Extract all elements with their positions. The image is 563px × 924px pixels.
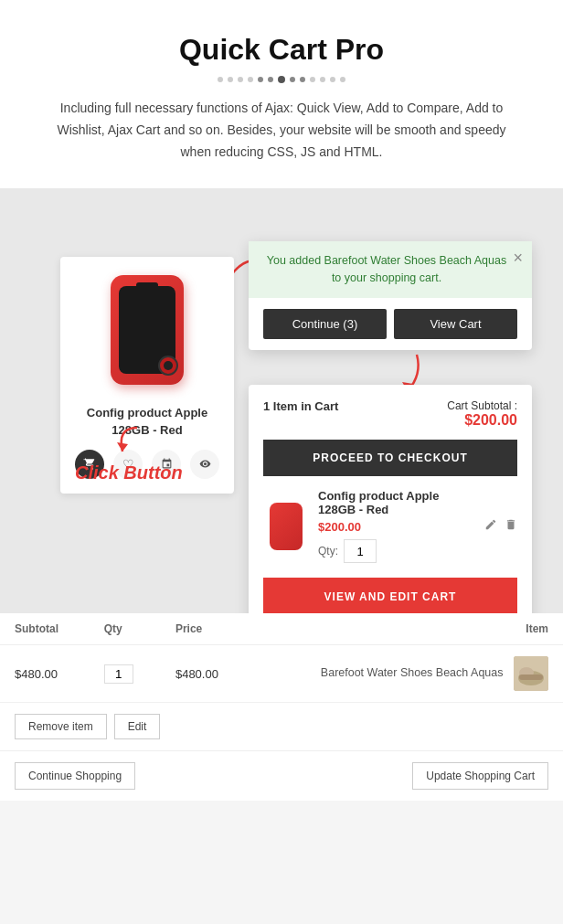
header-description: Including full necessary functions of Aj… bbox=[53, 98, 510, 163]
cart-table: Subtotal Qty Price Item $480.00 $480.00 … bbox=[0, 613, 563, 703]
quick-view-button[interactable] bbox=[190, 450, 219, 479]
col-subtotal: Subtotal bbox=[0, 613, 90, 645]
edit-qty-button[interactable] bbox=[484, 518, 497, 534]
remove-item-button[interactable]: Remove item bbox=[15, 714, 107, 739]
row-qty bbox=[90, 645, 161, 703]
notification-message: You added Barefoot Water Shoes Beach Aqu… bbox=[249, 241, 532, 298]
dot-divider bbox=[37, 76, 526, 83]
qty-input[interactable] bbox=[344, 539, 377, 563]
view-cart-button[interactable]: View Cart bbox=[394, 309, 517, 339]
dot-active bbox=[300, 77, 305, 82]
continue-button[interactable]: Continue (3) bbox=[263, 309, 387, 339]
dot bbox=[248, 77, 253, 82]
dot bbox=[238, 77, 243, 82]
arrow-click-icon bbox=[110, 424, 146, 461]
item-thumbnail bbox=[514, 656, 548, 691]
cart-item-info: Config product Apple 128GB - Red $200.00… bbox=[318, 489, 475, 563]
cart-actions-row: Remove item Edit bbox=[0, 703, 563, 750]
qty-actions bbox=[484, 518, 517, 534]
phone-body bbox=[111, 275, 184, 385]
col-price: Price bbox=[161, 613, 250, 645]
dot bbox=[228, 77, 233, 82]
dot bbox=[310, 77, 315, 82]
svg-rect-7 bbox=[519, 674, 543, 680]
delete-item-button[interactable] bbox=[505, 518, 517, 534]
qty-label: Qty: bbox=[318, 545, 338, 558]
svg-marker-1 bbox=[117, 442, 128, 451]
product-image bbox=[75, 275, 219, 394]
dot bbox=[330, 77, 335, 82]
cart-item-price: $200.00 bbox=[318, 520, 475, 534]
row-item-name: Barefoot Water Shoes Beach Aquas bbox=[249, 645, 563, 703]
row-subtotal: $480.00 bbox=[0, 645, 90, 703]
header-section: Quick Cart Pro Including full necessary … bbox=[0, 0, 563, 188]
cart-footer-row: Continue Shopping Update Shopping Cart bbox=[0, 750, 563, 801]
cart-item: Config product Apple 128GB - Red $200.00… bbox=[263, 489, 517, 563]
continue-shopping-button[interactable]: Continue Shopping bbox=[15, 762, 135, 790]
demo-area: Config product Apple 128GB - Red ♡ Click… bbox=[0, 188, 563, 801]
cart-item-image bbox=[263, 499, 309, 554]
cart-count: 1 Item in Cart bbox=[263, 399, 338, 413]
row-qty-input[interactable] bbox=[104, 664, 133, 684]
cart-subtotal: Cart Subtotal : $200.00 bbox=[447, 399, 517, 429]
product-name: Config product Apple 128GB - Red bbox=[75, 405, 219, 438]
checkout-button[interactable]: PROCEED TO CHECKOUT bbox=[263, 440, 517, 476]
dot bbox=[340, 77, 345, 82]
row-price: $480.00 bbox=[161, 645, 250, 703]
edit-item-button[interactable]: Edit bbox=[114, 714, 161, 739]
view-edit-cart-button[interactable]: VIEW AND EDIT CART bbox=[263, 578, 517, 616]
mini-phone-image bbox=[270, 503, 303, 550]
notification-buttons: Continue (3) View Cart bbox=[249, 298, 532, 350]
dot-active bbox=[268, 77, 273, 82]
col-item: Item bbox=[249, 613, 563, 645]
cart-header: 1 Item in Cart Cart Subtotal : $200.00 bbox=[263, 399, 517, 429]
cart-subtotal-amount: $200.00 bbox=[447, 412, 517, 429]
cart-table-section: Subtotal Qty Price Item $480.00 $480.00 … bbox=[0, 613, 563, 801]
close-button[interactable]: × bbox=[513, 249, 523, 268]
notification-popup: × You added Barefoot Water Shoes Beach A… bbox=[249, 241, 532, 350]
product-card: Config product Apple 128GB - Red ♡ bbox=[60, 257, 234, 493]
cart-item-qty: Qty: bbox=[318, 539, 475, 563]
phone-image bbox=[101, 275, 193, 394]
cart-subtotal-label: Cart Subtotal : bbox=[447, 399, 517, 412]
dot bbox=[320, 77, 325, 82]
cart-item-name: Config product Apple 128GB - Red bbox=[318, 489, 475, 516]
dot-active bbox=[290, 77, 295, 82]
dot-large bbox=[278, 76, 285, 83]
col-qty: Qty bbox=[90, 613, 161, 645]
dot bbox=[218, 77, 223, 82]
update-cart-button[interactable]: Update Shopping Cart bbox=[412, 762, 548, 790]
dot-active bbox=[258, 77, 263, 82]
phone-camera bbox=[158, 356, 178, 376]
cart-panel: 1 Item in Cart Cart Subtotal : $200.00 P… bbox=[249, 385, 532, 631]
click-label: Click Button bbox=[75, 462, 183, 483]
page-title: Quick Cart Pro bbox=[37, 33, 526, 67]
table-row: $480.00 $480.00 Barefoot Water Shoes Bea… bbox=[0, 645, 563, 703]
